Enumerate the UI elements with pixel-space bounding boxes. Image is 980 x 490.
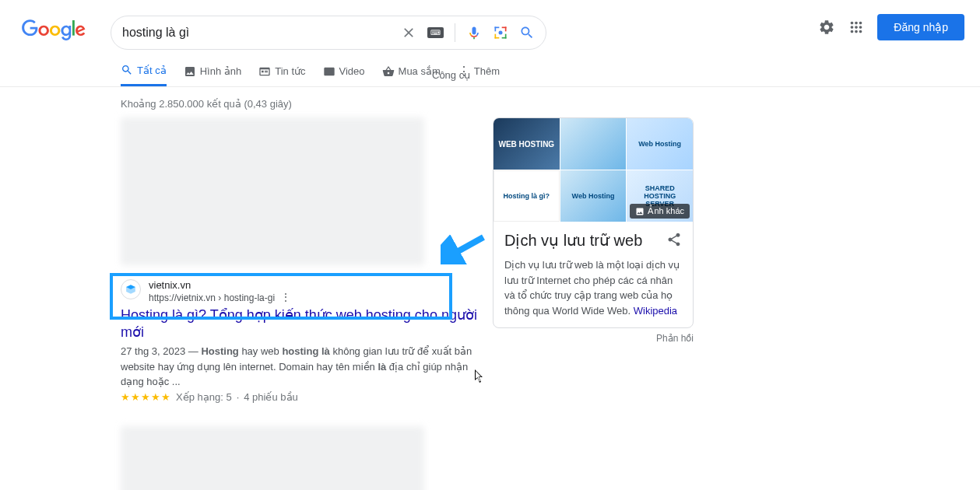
result-url: https://vietnix.vn › hosting-la-gi bbox=[149, 292, 275, 303]
tab-all-label: Tất cả bbox=[137, 65, 167, 76]
signin-button[interactable]: Đăng nhập bbox=[877, 14, 964, 40]
result-rating: ★★★★★ Xếp hạng: 5·4 phiếu bầu bbox=[121, 391, 479, 403]
kp-image[interactable] bbox=[560, 118, 627, 170]
kp-image[interactable]: Hosting là gì? bbox=[494, 170, 560, 222]
kp-image[interactable]: Web Hosting bbox=[560, 170, 627, 222]
apps-icon[interactable] bbox=[848, 19, 865, 36]
google-logo[interactable] bbox=[22, 19, 86, 44]
result-menu-icon[interactable]: ⋮ bbox=[279, 291, 292, 303]
stars-icon: ★★★★★ bbox=[121, 391, 171, 403]
tab-images[interactable]: Hình ảnh bbox=[184, 65, 242, 86]
tab-images-label: Hình ảnh bbox=[200, 65, 242, 77]
search-input[interactable] bbox=[122, 26, 401, 40]
tab-more-label: Thêm bbox=[474, 65, 500, 77]
search-bar[interactable]: ⌨ bbox=[111, 16, 546, 50]
lens-icon[interactable] bbox=[493, 25, 508, 40]
tab-news-label: Tin tức bbox=[275, 65, 305, 77]
svg-rect-5 bbox=[495, 34, 497, 39]
wikipedia-link[interactable]: Wikipedia bbox=[634, 305, 677, 317]
result-site: vietnix.vn bbox=[149, 279, 292, 291]
divider bbox=[455, 23, 455, 42]
kp-image[interactable]: WEB HOSTING bbox=[494, 118, 560, 170]
more-images-button[interactable]: Ảnh khác bbox=[630, 204, 690, 219]
mic-icon[interactable] bbox=[466, 25, 482, 40]
blurred-result bbox=[121, 426, 424, 491]
tab-video-label: Video bbox=[339, 65, 365, 77]
knowledge-panel: WEB HOSTING Web Hosting Hosting là gì? W… bbox=[493, 117, 694, 328]
tab-video[interactable]: Video bbox=[323, 65, 365, 86]
svg-rect-1 bbox=[495, 27, 497, 32]
tab-news[interactable]: Tin tức bbox=[258, 65, 305, 86]
kp-feedback[interactable]: Phản hồi bbox=[493, 333, 694, 344]
kp-image[interactable]: Web Hosting bbox=[627, 118, 693, 170]
kp-title: Dịch vụ lưu trữ web bbox=[504, 231, 642, 250]
kp-image-grid[interactable]: WEB HOSTING Web Hosting Hosting là gì? W… bbox=[494, 118, 693, 222]
svg-rect-7 bbox=[505, 34, 507, 39]
result-stats: Khoảng 2.850.000 kết quả (0,43 giây) bbox=[0, 98, 980, 110]
search-result: vietnix.vn https://vietnix.vn › hosting-… bbox=[121, 279, 479, 403]
svg-point-8 bbox=[499, 31, 503, 35]
tools-button[interactable]: Công cụ bbox=[432, 69, 470, 81]
svg-rect-3 bbox=[505, 27, 507, 32]
clear-icon[interactable] bbox=[401, 25, 416, 40]
gear-icon[interactable] bbox=[818, 19, 835, 36]
share-icon[interactable] bbox=[666, 232, 682, 250]
search-icon[interactable] bbox=[519, 25, 535, 40]
tab-all[interactable]: Tất cả bbox=[121, 64, 167, 86]
favicon bbox=[121, 279, 141, 299]
blurred-result bbox=[121, 117, 424, 265]
result-snippet: 27 thg 3, 2023 — Hosting hay web hosting… bbox=[121, 344, 479, 390]
result-title[interactable]: Hosting là gì? Tổng hợp kiến thức web ho… bbox=[121, 306, 479, 341]
keyboard-icon[interactable]: ⌨ bbox=[427, 27, 444, 38]
kp-description: Dịch vụ lưu trữ web là một loại dịch vụ … bbox=[504, 257, 682, 318]
